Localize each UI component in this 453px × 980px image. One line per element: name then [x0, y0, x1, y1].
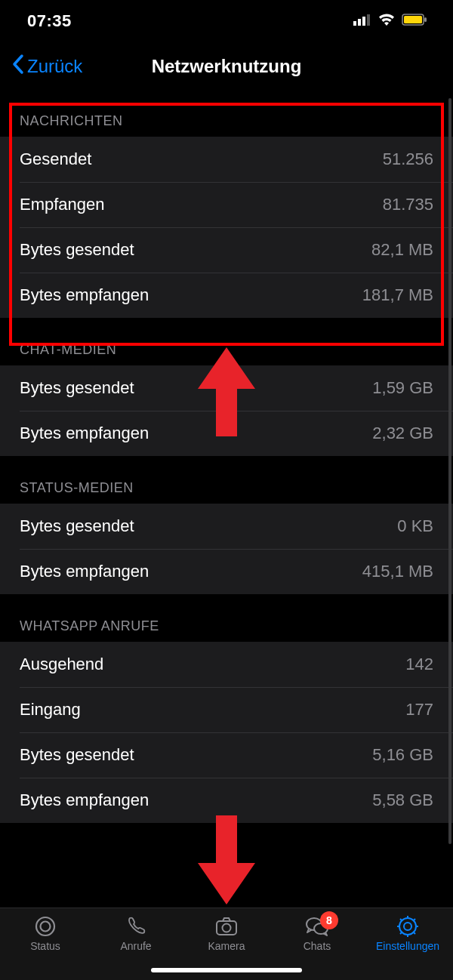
tab-status-label: Status — [30, 940, 60, 952]
section-header-nachrichten: NACHRICHTEN — [0, 91, 453, 137]
value-anrufe-bytes-gesendet: 5,16 GB — [372, 745, 433, 765]
svg-marker-8 — [198, 815, 255, 904]
section-header-statusmedien: STATUS-MEDIEN — [0, 456, 453, 504]
value-empfangen: 81.735 — [383, 195, 433, 214]
tab-anrufe[interactable]: Anrufe — [98, 914, 174, 952]
tab-status[interactable]: Status — [8, 914, 83, 952]
chevron-left-icon — [11, 54, 24, 79]
row-chat-bytes-gesendet: Bytes gesendet 1,59 GB — [0, 365, 453, 411]
value-eingang: 177 — [405, 700, 433, 720]
annotation-arrow-down-icon — [196, 814, 257, 904]
value-gesendet: 51.256 — [383, 149, 433, 169]
label-chat-bytes-empfangen: Bytes empfangen — [20, 424, 149, 443]
tab-einstellungen[interactable]: Einstellungen — [370, 914, 445, 952]
label-anrufe-bytes-gesendet: Bytes gesendet — [20, 745, 134, 765]
label-bytes-gesendet: Bytes gesendet — [20, 240, 134, 260]
status-indicators — [353, 13, 427, 29]
label-status-bytes-gesendet: Bytes gesendet — [20, 516, 134, 536]
tab-anrufe-label: Anrufe — [120, 940, 151, 952]
status-ring-icon — [34, 914, 57, 938]
tab-einstellungen-label: Einstellungen — [376, 940, 439, 952]
svg-point-9 — [36, 917, 54, 935]
label-anrufe-bytes-empfangen: Bytes empfangen — [20, 790, 149, 810]
row-eingang: Eingang 177 — [0, 687, 453, 732]
status-time: 07:35 — [27, 11, 72, 31]
tab-kamera[interactable]: Kamera — [189, 914, 264, 952]
row-empfangen: Empfangen 81.735 — [0, 182, 453, 227]
section-header-anrufe: WHATSAPP ANRUFE — [0, 594, 453, 642]
svg-rect-6 — [424, 17, 427, 22]
row-bytes-gesendet: Bytes gesendet 82,1 MB — [0, 227, 453, 273]
value-bytes-gesendet: 82,1 MB — [371, 240, 433, 260]
row-anrufe-bytes-empfangen: Bytes empfangen 5,58 GB — [0, 778, 453, 823]
svg-line-22 — [413, 932, 415, 934]
label-status-bytes-empfangen: Bytes empfangen — [20, 562, 149, 581]
label-chat-bytes-gesendet: Bytes gesendet — [20, 378, 134, 398]
tab-chats[interactable]: 8 Chats — [279, 914, 355, 952]
value-anrufe-bytes-empfangen: 5,58 GB — [372, 790, 433, 810]
value-status-bytes-gesendet: 0 KB — [397, 516, 433, 536]
gear-icon — [396, 914, 419, 938]
value-chat-bytes-empfangen: 2,32 GB — [372, 424, 433, 443]
svg-point-12 — [223, 924, 231, 932]
svg-line-24 — [400, 932, 402, 934]
chats-badge: 8 — [320, 911, 338, 929]
section-body-nachrichten: Gesendet 51.256 Empfangen 81.735 Bytes g… — [0, 137, 453, 318]
svg-line-21 — [400, 919, 402, 921]
row-chat-bytes-empfangen: Bytes empfangen 2,32 GB — [0, 411, 453, 456]
status-bar: 07:35 — [0, 0, 453, 42]
camera-icon — [214, 914, 239, 938]
label-gesendet: Gesendet — [20, 149, 91, 169]
row-ausgehend: Ausgehend 142 — [0, 642, 453, 687]
svg-rect-2 — [362, 17, 365, 26]
row-status-bytes-gesendet: Bytes gesendet 0 KB — [0, 504, 453, 549]
row-bytes-empfangen: Bytes empfangen 181,7 MB — [0, 273, 453, 318]
section-body-anrufe: Ausgehend 142 Eingang 177 Bytes gesendet… — [0, 642, 453, 823]
home-indicator[interactable] — [151, 968, 302, 972]
wifi-icon — [378, 13, 396, 29]
value-chat-bytes-gesendet: 1,59 GB — [372, 378, 433, 398]
label-eingang: Eingang — [20, 700, 81, 720]
phone-icon — [125, 914, 147, 938]
row-gesendet: Gesendet 51.256 — [0, 137, 453, 182]
row-status-bytes-empfangen: Bytes empfangen 415,1 MB — [0, 549, 453, 594]
svg-rect-5 — [404, 16, 422, 23]
label-empfangen: Empfangen — [20, 195, 105, 214]
page-title: Netzwerknutzung — [152, 56, 302, 77]
svg-rect-0 — [353, 21, 356, 26]
svg-rect-1 — [358, 19, 361, 26]
svg-line-23 — [413, 919, 415, 921]
section-body-chatmedien: Bytes gesendet 1,59 GB Bytes empfangen 2… — [0, 365, 453, 456]
back-button[interactable]: Zurück — [11, 54, 82, 79]
battery-icon — [402, 14, 427, 29]
scrollbar[interactable] — [448, 98, 451, 844]
label-ausgehend: Ausgehend — [20, 655, 103, 674]
section-header-chatmedien: CHAT-MEDIEN — [0, 318, 453, 365]
value-status-bytes-empfangen: 415,1 MB — [362, 562, 433, 581]
tab-kamera-label: Kamera — [208, 940, 245, 952]
nav-header: Zurück Netzwerknutzung — [0, 42, 453, 91]
svg-point-15 — [404, 923, 411, 930]
svg-point-10 — [41, 922, 51, 932]
label-bytes-empfangen: Bytes empfangen — [20, 285, 149, 305]
tab-chats-label: Chats — [304, 940, 331, 952]
signal-icon — [353, 14, 371, 29]
back-label: Zurück — [27, 56, 82, 77]
value-ausgehend: 142 — [405, 655, 433, 674]
row-anrufe-bytes-gesendet: Bytes gesendet 5,16 GB — [0, 732, 453, 778]
value-bytes-empfangen: 181,7 MB — [362, 285, 433, 305]
svg-rect-3 — [367, 14, 370, 26]
section-body-statusmedien: Bytes gesendet 0 KB Bytes empfangen 415,… — [0, 504, 453, 594]
